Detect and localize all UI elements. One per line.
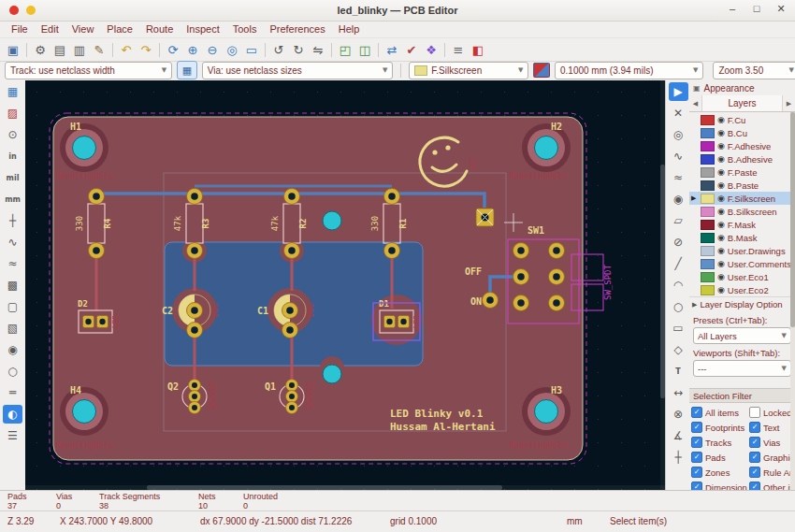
route-tracks-tool-button[interactable]: ∿ bbox=[669, 147, 688, 165]
menu-inspect[interactable]: Inspect bbox=[181, 22, 224, 36]
zone-fade-mode-button[interactable]: ▧ bbox=[3, 319, 22, 338]
footprint-editor-button[interactable]: ◰ bbox=[336, 40, 354, 59]
select-tool-button[interactable]: ▶ bbox=[669, 82, 688, 101]
power-pad[interactable] bbox=[476, 208, 494, 226]
footprint-browser-button[interactable]: ◫ bbox=[355, 40, 374, 59]
via-size-dropdown[interactable]: Via: use netclass sizes ▼ bbox=[202, 62, 394, 79]
toggle-grid-button[interactable]: ▦ bbox=[3, 82, 22, 101]
draw-line-tool-button[interactable]: ╱ bbox=[669, 254, 688, 273]
tabs-scroll-right-icon[interactable]: ▶ bbox=[783, 95, 795, 111]
filter-rule-areas[interactable]: ✓Rule Areas bbox=[749, 467, 793, 478]
zoom-fit-button[interactable]: ◎ bbox=[223, 40, 241, 59]
layer-display-options-expander[interactable]: ▶ Layer Display Option bbox=[689, 296, 795, 311]
draw-arc-tool-button[interactable]: ◠ bbox=[669, 276, 688, 295]
vias-outline-mode-button[interactable]: ○ bbox=[3, 362, 22, 381]
units-mils-button[interactable]: mil bbox=[3, 168, 22, 187]
pcb-canvas-area[interactable]: H1 H2 H3 H4 MountingHole MountingHole Mo… bbox=[25, 80, 665, 490]
layer-color-swatch[interactable] bbox=[701, 141, 715, 151]
layer-row-f-mask[interactable]: ▶◉F.Mask bbox=[689, 218, 795, 231]
add-text-tool-button[interactable]: T bbox=[669, 362, 688, 381]
menu-file[interactable]: File bbox=[6, 22, 34, 36]
zoom-out-button[interactable]: ⊖ bbox=[203, 40, 222, 59]
scripting-console-button[interactable]: ≡ bbox=[449, 40, 468, 59]
layer-color-swatch[interactable] bbox=[701, 128, 715, 138]
filter-tracks[interactable]: ✓Tracks bbox=[691, 437, 747, 448]
layer-color-swatch[interactable] bbox=[701, 207, 715, 217]
layer-visibility-eye-icon[interactable]: ◉ bbox=[717, 260, 725, 268]
save-button[interactable]: ▣ bbox=[4, 40, 22, 59]
layer-visibility-eye-icon[interactable]: ◉ bbox=[717, 129, 725, 137]
layers-manager-toggle-button[interactable]: ☰ bbox=[3, 426, 22, 445]
3d-viewer-button[interactable]: ❖ bbox=[422, 40, 441, 59]
layer-color-swatch[interactable] bbox=[701, 233, 715, 243]
layer-row-b-silkscreen[interactable]: ▶◉B.Silkscreen bbox=[689, 205, 795, 218]
checkbox[interactable]: ✓ bbox=[691, 467, 702, 478]
menu-route[interactable]: Route bbox=[140, 22, 179, 36]
filter-pads[interactable]: ✓Pads bbox=[691, 452, 747, 463]
filter-text[interactable]: ✓Text bbox=[749, 422, 793, 433]
undo-button[interactable]: ↶ bbox=[117, 40, 136, 59]
checkbox[interactable]: ✓ bbox=[691, 482, 702, 490]
draw-rectangle-tool-button[interactable]: ▭ bbox=[669, 319, 688, 338]
layer-row-b-paste[interactable]: ▶◉B.Paste bbox=[689, 179, 795, 192]
layer-visibility-eye-icon[interactable]: ◉ bbox=[717, 208, 725, 216]
layer-visibility-eye-icon[interactable]: ◉ bbox=[717, 181, 725, 190]
layer-color-swatch[interactable] bbox=[701, 167, 715, 178]
checkbox[interactable]: ✓ bbox=[749, 482, 760, 490]
layer-row-f-paste[interactable]: ▶◉F.Paste bbox=[689, 165, 795, 179]
layer-row-user-eco1[interactable]: ▶◉User.Eco1 bbox=[689, 270, 795, 283]
checkbox[interactable]: ✓ bbox=[749, 437, 760, 448]
presets-dropdown[interactable]: All Layers ▼ bbox=[693, 327, 791, 344]
layer-row-f-adhesive[interactable]: ▶◉F.Adhesive bbox=[689, 139, 795, 152]
mounting-hole-h1[interactable] bbox=[60, 123, 108, 172]
draw-circle-tool-button[interactable]: ○ bbox=[669, 297, 688, 316]
panel-scrollbar[interactable] bbox=[790, 112, 795, 490]
minimize-button[interactable]: – bbox=[726, 3, 739, 15]
filter-zones[interactable]: ✓Zones bbox=[691, 467, 747, 478]
layer-color-swatch[interactable] bbox=[701, 115, 715, 125]
maximize-button[interactable]: □ bbox=[750, 3, 763, 15]
menu-place[interactable]: Place bbox=[101, 22, 138, 36]
filter-graphics[interactable]: ✓Graphics bbox=[749, 452, 793, 463]
local-ratsnest-tool-button[interactable]: ✕ bbox=[669, 104, 688, 122]
rotate-cw-button[interactable]: ↻ bbox=[289, 40, 308, 59]
high-contrast-mode-button[interactable]: ◐ bbox=[3, 405, 22, 424]
mirror-button[interactable]: ⇋ bbox=[309, 40, 327, 59]
layer-visibility-eye-icon[interactable]: ◉ bbox=[717, 155, 725, 164]
zone-fill-mode-button[interactable]: ▩ bbox=[3, 276, 22, 295]
menu-edit[interactable]: Edit bbox=[36, 22, 65, 36]
print-button[interactable]: ▥ bbox=[70, 40, 89, 59]
layer-visibility-eye-icon[interactable]: ◉ bbox=[717, 234, 725, 242]
pads-outline-mode-button[interactable]: ◉ bbox=[3, 340, 22, 359]
ratsnest-curved-button[interactable]: ≈ bbox=[3, 254, 22, 273]
viewports-dropdown[interactable]: --- ▼ bbox=[693, 360, 791, 377]
layer-color-swatch[interactable] bbox=[701, 272, 715, 282]
layer-row-user-drawings[interactable]: ▶◉User.Drawings bbox=[689, 244, 795, 257]
add-keepout-tool-button[interactable]: ⊘ bbox=[669, 233, 688, 252]
add-via-tool-button[interactable]: ◉ bbox=[669, 190, 688, 208]
drc-markers-button[interactable]: ▨ bbox=[3, 104, 22, 122]
drc-button[interactable]: ✔ bbox=[402, 40, 421, 59]
menu-view[interactable]: View bbox=[66, 22, 100, 36]
units-inches-button[interactable]: in bbox=[3, 147, 22, 165]
zoom-dropdown[interactable]: Zoom 3.50 ▼ bbox=[713, 62, 795, 79]
mounting-hole-h3[interactable] bbox=[522, 387, 571, 436]
tab-layers[interactable]: Layers bbox=[701, 95, 783, 111]
layer-visibility-eye-icon[interactable]: ◉ bbox=[717, 194, 725, 203]
layer-color-swatch[interactable] bbox=[701, 220, 715, 230]
layer-color-swatch[interactable] bbox=[701, 285, 715, 295]
filter-other-items[interactable]: ✓Other items bbox=[749, 482, 793, 490]
layer-visibility-eye-icon[interactable]: ◉ bbox=[717, 221, 725, 229]
close-button[interactable]: ✕ bbox=[774, 3, 788, 15]
cursor-shape-button[interactable]: ┼ bbox=[3, 211, 22, 230]
route-diff-pairs-tool-button[interactable]: ≈ bbox=[669, 168, 688, 187]
add-zone-tool-button[interactable]: ▱ bbox=[669, 211, 688, 230]
page-settings-button[interactable]: ▤ bbox=[51, 40, 69, 59]
layer-color-swatch[interactable] bbox=[701, 259, 715, 269]
active-layer-dropdown[interactable]: F.Silkscreen ▼ bbox=[409, 62, 528, 79]
mounting-hole-h4[interactable] bbox=[60, 387, 108, 436]
filter-footprints[interactable]: ✓Footprints bbox=[691, 422, 747, 433]
update-pcb-from-schematic-button[interactable]: ⇄ bbox=[383, 40, 401, 59]
filter-dimensions[interactable]: ✓Dimensions bbox=[691, 482, 747, 490]
scrollbar-thumb[interactable] bbox=[790, 112, 795, 327]
